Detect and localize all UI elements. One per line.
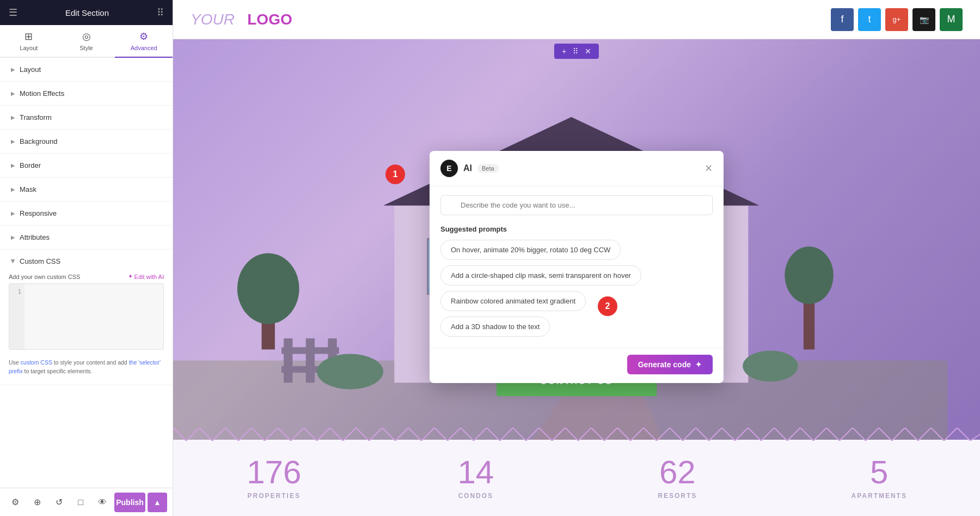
modal-title: AI <box>463 163 472 173</box>
grid-icon[interactable]: ⠿ <box>157 7 164 19</box>
chevron-right-icon: ▶ <box>11 210 15 216</box>
modal-footer: Generate code ✦ <box>430 348 724 383</box>
logo-your: YOUR <box>191 11 235 28</box>
modal-search-input[interactable] <box>440 195 713 215</box>
chevron-right-icon: ▶ <box>11 234 15 240</box>
chevron-right-icon: ▶ <box>11 114 15 120</box>
sidebar-title: Edit Section <box>65 8 109 17</box>
css-textarea[interactable] <box>24 284 163 349</box>
custom-css-label: Add your own custom CSS <box>9 274 80 280</box>
custom-css-section: ▶ Custom CSS Add your own custom CSS ✦ E… <box>0 250 173 385</box>
prompt-chip-2[interactable]: Rainbow colored animated text gradient <box>440 291 586 311</box>
sparkle-icon: ✦ <box>128 273 133 280</box>
responsive-icon[interactable]: □ <box>71 493 90 512</box>
custom-css-link[interactable]: custom CSS <box>21 359 52 366</box>
chevron-right-icon: ▶ <box>11 138 15 144</box>
step-2-indicator: 2 <box>598 296 617 316</box>
modal-overlay: 1 2 E AI Beta ✕ 🔍 Suggested prompts <box>173 39 980 516</box>
line-numbers: 1 <box>9 284 24 349</box>
prompt-chip-0[interactable]: On hover, animate 20% bigger, rotato 10 … <box>440 240 621 260</box>
generate-code-button[interactable]: Generate code ✦ <box>627 355 713 374</box>
custom-css-label-row: Add your own custom CSS ✦ Edit with AI <box>9 273 164 280</box>
step-1-indicator: 1 <box>385 165 405 184</box>
eye-icon[interactable]: 👁 <box>93 493 112 512</box>
modal-body: 🔍 Suggested prompts On hover, animate 20… <box>430 186 724 348</box>
m-icon[interactable]: M <box>940 8 963 31</box>
sidebar-item-background[interactable]: ▶ Background <box>0 130 173 154</box>
sidebar-bottom: ⚙ ⊕ ↺ □ 👁 Publish ▲ <box>0 488 173 516</box>
modal-header: E AI Beta ✕ <box>430 151 724 186</box>
modal-badge: Beta <box>477 164 499 173</box>
settings-icon: ⚙ <box>139 31 148 43</box>
chevron-right-icon: ▶ <box>11 66 15 72</box>
layout-icon: ⊞ <box>24 31 33 43</box>
sidebar-menu: ▶ Layout ▶ Motion Effects ▶ Transform ▶ … <box>0 58 173 488</box>
prompt-chip-3[interactable]: Add a 3D shadow to the text <box>440 317 550 337</box>
modal-search-wrap: 🔍 <box>440 195 713 215</box>
sidebar-header: ☰ Edit Section ⠿ <box>0 0 173 25</box>
sidebar-item-mask[interactable]: ▶ Mask <box>0 178 173 202</box>
suggested-prompts-label: Suggested prompts <box>440 225 713 233</box>
code-editor: 1 <box>9 283 164 350</box>
logo-logo: LOGO <box>247 11 292 28</box>
tab-advanced[interactable]: ⚙ Advanced <box>115 25 173 58</box>
sidebar-tabs: ⊞ Layout ◎ Style ⚙ Advanced <box>0 25 173 58</box>
modal-close-button[interactable]: ✕ <box>705 162 713 174</box>
tab-style[interactable]: ◎ Style <box>58 25 115 58</box>
ai-modal: E AI Beta ✕ 🔍 Suggested prompts On hover… <box>430 151 724 383</box>
logo: YOUR LOGO <box>191 11 292 28</box>
instagram-icon[interactable]: 📷 <box>912 8 935 31</box>
sidebar-item-layout[interactable]: ▶ Layout <box>0 58 173 82</box>
layers-icon[interactable]: ⊕ <box>27 493 47 512</box>
sidebar: ☰ Edit Section ⠿ ⊞ Layout ◎ Style ⚙ Adva… <box>0 0 173 516</box>
chevron-right-icon: ▶ <box>11 186 15 192</box>
sidebar-item-attributes[interactable]: ▶ Attributes <box>0 226 173 250</box>
style-icon: ◎ <box>82 31 91 43</box>
sidebar-item-motion-effects[interactable]: ▶ Motion Effects <box>0 82 173 106</box>
edit-with-ai-button[interactable]: ✦ Edit with AI <box>128 273 164 280</box>
prompt-chips: On hover, animate 20% bigger, rotato 10 … <box>440 240 713 337</box>
social-icons: f t g+ 📷 M <box>831 8 963 31</box>
hamburger-icon[interactable]: ☰ <box>9 7 17 19</box>
chevron-right-icon: ▶ <box>11 162 15 168</box>
facebook-icon[interactable]: f <box>831 8 854 31</box>
top-nav: YOUR LOGO f t g+ 📷 M <box>173 0 980 39</box>
modal-logo: E <box>440 160 458 177</box>
chevron-right-icon: ▶ <box>11 90 15 96</box>
custom-css-footer: Use custom CSS to style your content and… <box>0 354 173 380</box>
main-area: YOUR LOGO f t g+ 📷 M <box>173 0 980 516</box>
history-icon[interactable]: ↺ <box>49 493 69 512</box>
custom-css-header[interactable]: ▶ Custom CSS <box>0 250 173 273</box>
canvas: + ⠿ ✕ CONTACT US 176 PROPERTIES 14 CONDO… <box>173 39 980 516</box>
sidebar-item-responsive[interactable]: ▶ Responsive <box>0 202 173 226</box>
expand-publish-icon[interactable]: ▲ <box>148 493 167 512</box>
settings-bottom-icon[interactable]: ⚙ <box>5 493 25 512</box>
chevron-down-icon: ▶ <box>10 259 16 264</box>
custom-css-body: Add your own custom CSS ✦ Edit with AI 1 <box>0 273 173 354</box>
sparkle-icon: ✦ <box>695 360 702 369</box>
sidebar-item-transform[interactable]: ▶ Transform <box>0 106 173 130</box>
sidebar-item-border[interactable]: ▶ Border <box>0 154 173 178</box>
twitter-icon[interactable]: t <box>858 8 881 31</box>
publish-button[interactable]: Publish <box>114 493 145 512</box>
googleplus-icon[interactable]: g+ <box>885 8 908 31</box>
prompt-chip-1[interactable]: Add a circle-shaped clip mask, semi tran… <box>440 265 641 286</box>
tab-layout[interactable]: ⊞ Layout <box>0 25 58 58</box>
